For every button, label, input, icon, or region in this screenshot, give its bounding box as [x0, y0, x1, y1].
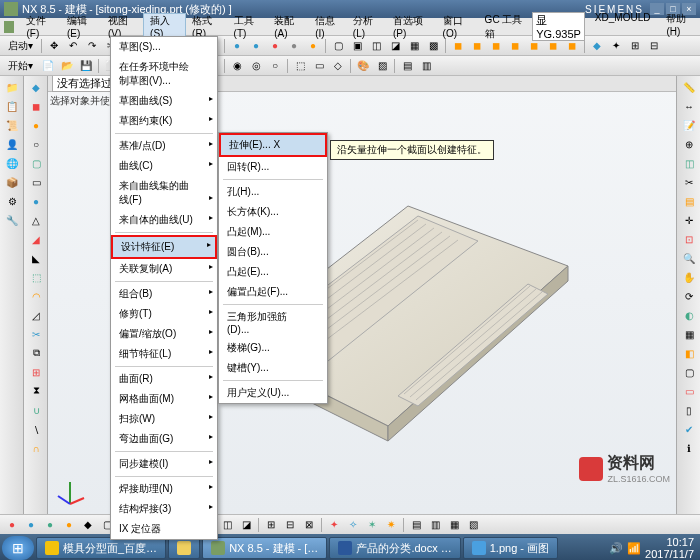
- solid6-icon[interactable]: ◼: [544, 38, 562, 54]
- insert-item-19[interactable]: 网格曲面(M): [111, 389, 217, 409]
- bt-16-icon[interactable]: ⊠: [300, 517, 318, 533]
- insert-item-3[interactable]: 草图约束(K): [111, 111, 217, 131]
- bt-21-icon[interactable]: ▤: [407, 517, 425, 533]
- lnav-role-icon[interactable]: 👤: [2, 135, 22, 153]
- task-word[interactable]: 产品的分类.docx …: [329, 537, 460, 559]
- rt-dim-icon[interactable]: ↔: [679, 97, 699, 115]
- solid5-icon[interactable]: ◼: [525, 38, 543, 54]
- rt-front-icon[interactable]: ▢: [679, 363, 699, 381]
- insert-item-11[interactable]: 关联复制(A): [111, 259, 217, 279]
- lt-shell-icon[interactable]: ⬚: [26, 268, 46, 286]
- lnav-reuse-icon[interactable]: 📦: [2, 173, 22, 191]
- feat1-icon[interactable]: ▢: [329, 38, 347, 54]
- solid1-icon[interactable]: ◼: [449, 38, 467, 54]
- layer1-icon[interactable]: ▤: [398, 58, 416, 74]
- rt-shade-icon[interactable]: ◐: [679, 306, 699, 324]
- rt-fit-icon[interactable]: ⊡: [679, 230, 699, 248]
- lt-trim-icon[interactable]: ✂: [26, 325, 46, 343]
- lnav-web-icon[interactable]: 🌐: [2, 154, 22, 172]
- rt-check-icon[interactable]: ✔: [679, 420, 699, 438]
- lt-hole-icon[interactable]: ○: [26, 135, 46, 153]
- bt-15-icon[interactable]: ⊟: [281, 517, 299, 533]
- lnav-assembly-icon[interactable]: 📁: [2, 78, 22, 96]
- bt-19-icon[interactable]: ✶: [363, 517, 381, 533]
- open-dropdown[interactable]: 开始▾: [3, 58, 38, 74]
- lnav-part-icon[interactable]: 📋: [2, 97, 22, 115]
- solid7-icon[interactable]: ◼: [563, 38, 581, 54]
- lt-cyl-icon[interactable]: ▭: [26, 173, 46, 191]
- feature-item-0[interactable]: 拉伸(E)... X: [219, 133, 327, 157]
- insert-item-27[interactable]: IX 定位器: [111, 519, 217, 539]
- rt-wcs-icon[interactable]: ✛: [679, 211, 699, 229]
- bt-14-icon[interactable]: ⊞: [262, 517, 280, 533]
- bt-20-icon[interactable]: ✷: [382, 517, 400, 533]
- sel2-icon[interactable]: ▭: [310, 58, 328, 74]
- tray-volume-icon[interactable]: 🔊: [609, 542, 623, 555]
- lt-inter-icon[interactable]: ∩: [26, 439, 46, 457]
- menu-gctoolbox[interactable]: GC 工具箱: [479, 13, 533, 41]
- rt-zoom-icon[interactable]: 🔍: [679, 249, 699, 267]
- rt-layer-icon[interactable]: ▤: [679, 192, 699, 210]
- insert-item-15[interactable]: 偏置/缩放(O): [111, 324, 217, 344]
- sel3-icon[interactable]: ◇: [329, 58, 347, 74]
- insert-item-13[interactable]: 组合(B): [111, 284, 217, 304]
- insert-item-21[interactable]: 弯边曲面(G): [111, 429, 217, 449]
- misc2-icon[interactable]: ✦: [607, 38, 625, 54]
- insert-item-16[interactable]: 细节特征(L): [111, 344, 217, 364]
- feature-item-1[interactable]: 回转(R)...: [219, 157, 327, 177]
- rt-clip-icon[interactable]: ✂: [679, 173, 699, 191]
- lnav-history-icon[interactable]: 📜: [2, 116, 22, 134]
- system-tray[interactable]: 🔊 📶 10:17 2017/11/7: [609, 536, 698, 560]
- solid3-icon[interactable]: ◼: [487, 38, 505, 54]
- misc3-icon[interactable]: ⊞: [626, 38, 644, 54]
- lt-mirror-icon[interactable]: ⧗: [26, 382, 46, 400]
- lt-rib-icon[interactable]: ◢: [26, 230, 46, 248]
- render3-icon[interactable]: ○: [266, 58, 284, 74]
- bt-17-icon[interactable]: ✦: [325, 517, 343, 533]
- bt-23-icon[interactable]: ▦: [445, 517, 463, 533]
- task-nx[interactable]: NX 8.5 - 建模 - […: [202, 537, 327, 559]
- task-paint[interactable]: 1.png - 画图: [463, 537, 558, 559]
- bt-1-icon[interactable]: ●: [3, 517, 21, 533]
- bt-18-icon[interactable]: ✧: [344, 517, 362, 533]
- lt-blend-icon[interactable]: ◠: [26, 287, 46, 305]
- lt-chamfer-icon[interactable]: ◿: [26, 306, 46, 324]
- menu-window[interactable]: 窗口(O): [437, 14, 479, 39]
- rt-tol-icon[interactable]: ⊕: [679, 135, 699, 153]
- ball1-icon[interactable]: ●: [228, 38, 246, 54]
- lt-unite-icon[interactable]: ∪: [26, 401, 46, 419]
- menu-edit[interactable]: 编辑(E): [61, 14, 102, 39]
- insert-item-10[interactable]: 设计特征(E): [111, 235, 217, 259]
- save-icon[interactable]: 💾: [77, 58, 95, 74]
- feat6-icon[interactable]: ▩: [424, 38, 442, 54]
- bt-3-icon[interactable]: ●: [41, 517, 59, 533]
- insert-item-2[interactable]: 草图曲线(S): [111, 91, 217, 111]
- insert-item-26[interactable]: 结构焊接(3): [111, 499, 217, 519]
- misc1-icon[interactable]: ◆: [588, 38, 606, 54]
- feature-item-6[interactable]: 圆台(B)...: [219, 242, 327, 262]
- rt-sect-icon[interactable]: ◫: [679, 154, 699, 172]
- feature-item-12[interactable]: 键槽(Y)...: [219, 358, 327, 378]
- feature-item-7[interactable]: 凸起(E)...: [219, 262, 327, 282]
- feat4-icon[interactable]: ◪: [386, 38, 404, 54]
- bt-22-icon[interactable]: ▥: [426, 517, 444, 533]
- color2-icon[interactable]: ▨: [373, 58, 391, 74]
- solid4-icon[interactable]: ◼: [506, 38, 524, 54]
- feature-item-10[interactable]: 三角形加强筋(D)...: [219, 307, 327, 338]
- feature-item-4[interactable]: 长方体(K)...: [219, 202, 327, 222]
- menu-file[interactable]: 文件(F): [20, 14, 61, 39]
- lt-cone-icon[interactable]: △: [26, 211, 46, 229]
- menu-info[interactable]: 信息(I): [309, 14, 347, 39]
- insert-item-1[interactable]: 在任务环境中绘制草图(V)...: [111, 57, 217, 91]
- tray-net-icon[interactable]: 📶: [627, 542, 641, 555]
- menu-assembly[interactable]: 装配(A): [268, 14, 309, 39]
- menu-preferences[interactable]: 首选项(P): [387, 14, 437, 39]
- rt-wire-icon[interactable]: ▦: [679, 325, 699, 343]
- solid2-icon[interactable]: ◼: [468, 38, 486, 54]
- rt-measure-icon[interactable]: 📏: [679, 78, 699, 96]
- lnav-sim-icon[interactable]: ⚙: [2, 192, 22, 210]
- insert-item-5[interactable]: 基准/点(D): [111, 136, 217, 156]
- color1-icon[interactable]: 🎨: [354, 58, 372, 74]
- task-explorer[interactable]: [168, 537, 200, 559]
- ball2-icon[interactable]: ●: [247, 38, 265, 54]
